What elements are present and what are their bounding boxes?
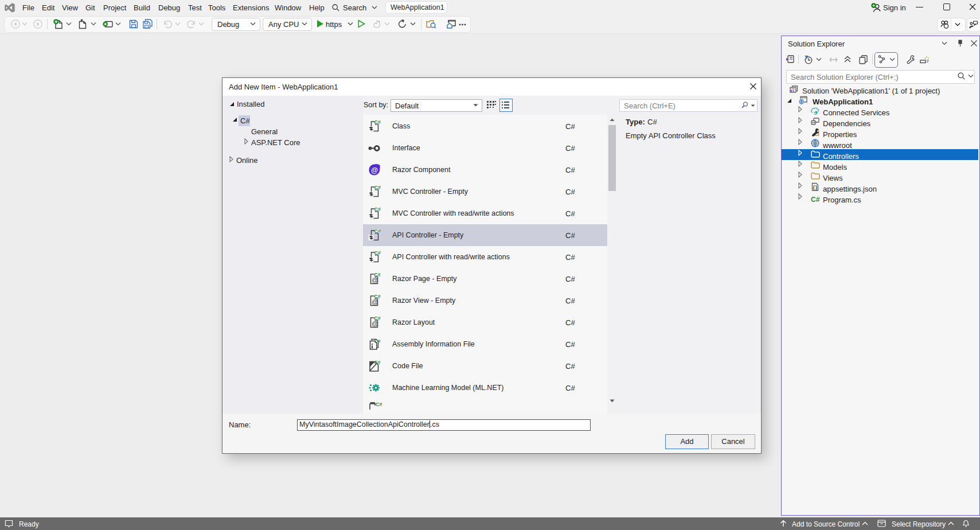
svg-text:@: @ bbox=[371, 166, 378, 174]
svg-text:C#: C# bbox=[374, 338, 381, 344]
svg-text:}: } bbox=[815, 185, 818, 190]
svg-text:C#: C# bbox=[376, 402, 382, 407]
svg-text:{: { bbox=[813, 185, 815, 190]
svg-text:C#: C# bbox=[374, 360, 381, 365]
